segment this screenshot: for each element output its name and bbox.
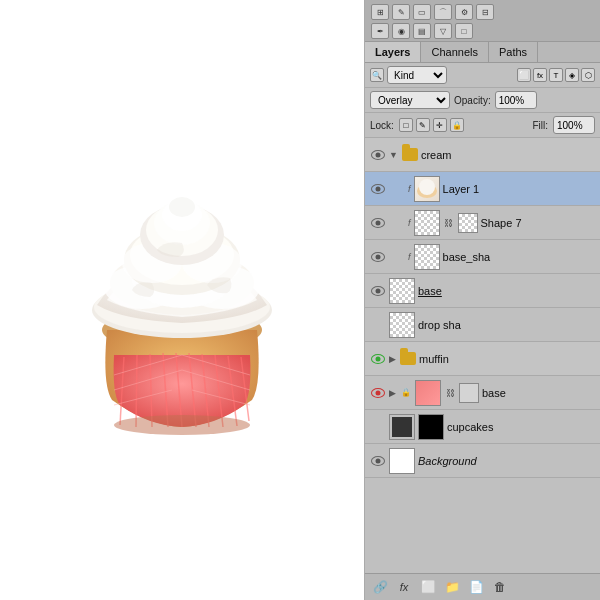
- chain-base2: 🔒: [400, 387, 412, 399]
- fx-layer1: f: [408, 184, 411, 194]
- folder-icon-muffin: [400, 352, 416, 365]
- thumb-layer1: [414, 176, 440, 202]
- toolbar-row-1: ⊞ ✎ ▭ ⌒ ⚙ ⊟: [371, 4, 594, 20]
- layers-list[interactable]: ▼ cream f Layer 1 f ⛓ Shape 7: [365, 138, 600, 573]
- panel-tabs: Layers Channels Paths: [365, 42, 600, 63]
- brush-icon[interactable]: ✎: [392, 4, 410, 20]
- layer-name-background: Background: [418, 455, 595, 467]
- triangle-icon[interactable]: ▽: [434, 23, 452, 39]
- canvas-area: [0, 0, 365, 600]
- thumb-base2: [415, 380, 441, 406]
- group-arrow-cream: ▼: [389, 150, 398, 160]
- layer-item-background[interactable]: Background: [365, 444, 600, 478]
- search-icon: 🔍: [370, 68, 384, 82]
- layer-name-dropsha: drop sha: [418, 319, 595, 331]
- eye-basesha[interactable]: [370, 249, 386, 265]
- eye-base[interactable]: [370, 283, 386, 299]
- panel-toolbar: ⊞ ✎ ▭ ⌒ ⚙ ⊟ ✒ ◉ ▤ ▽ □: [365, 0, 600, 42]
- lock-pixels-icon[interactable]: ✎: [416, 118, 430, 132]
- curve-icon[interactable]: ⌒: [434, 4, 452, 20]
- rect-icon[interactable]: ▭: [413, 4, 431, 20]
- thumb-cupcakes-outer: [389, 414, 415, 440]
- layer-name-muffin: muffin: [419, 353, 595, 365]
- fill-label: Fill:: [532, 120, 548, 131]
- pen-icon[interactable]: ✒: [371, 23, 389, 39]
- eye-base2[interactable]: [370, 385, 386, 401]
- layer-item-shape7[interactable]: f ⛓ Shape 7: [365, 206, 600, 240]
- mask-cupcakes: [422, 418, 440, 436]
- eye-background[interactable]: [370, 453, 386, 469]
- layer-item-basesha[interactable]: f base_sha: [365, 240, 600, 274]
- layer-name-cream: cream: [421, 149, 595, 161]
- svg-point-34: [419, 179, 435, 195]
- filter-shape-icon[interactable]: ◈: [565, 68, 579, 82]
- blend-mode-select[interactable]: Overlay: [370, 91, 450, 109]
- layer-item-dropsha[interactable]: drop sha: [365, 308, 600, 342]
- eye-cream[interactable]: [370, 147, 386, 163]
- eye-tool-icon[interactable]: ◉: [392, 23, 410, 39]
- tab-layers[interactable]: Layers: [365, 42, 421, 62]
- filter-fx-icon[interactable]: fx: [533, 68, 547, 82]
- chain-icon-base2: ⛓: [444, 387, 456, 399]
- thumb-dropsha: [389, 312, 415, 338]
- cupcake-illustration: [42, 135, 322, 465]
- layer-item-base2[interactable]: ▶ 🔒 ⛓ base: [365, 376, 600, 410]
- eye-empty-cupcakes: [370, 419, 386, 435]
- svg-point-32: [114, 415, 250, 435]
- lock-icons-group: □ ✎ ✛ 🔒: [399, 118, 464, 132]
- mask-base2: [459, 383, 479, 403]
- bottom-toolbar: 🔗 fx ⬜ 📁 📄 🗑: [365, 573, 600, 600]
- filter-row: 🔍 Kind ⬜ fx T ◈ ⬡: [365, 63, 600, 88]
- group-arrow-muffin: ▶: [389, 354, 396, 364]
- square-icon[interactable]: □: [455, 23, 473, 39]
- layer-item-layer1[interactable]: f Layer 1: [365, 172, 600, 206]
- fx-shape7: f: [408, 218, 411, 228]
- layer-item-muffin[interactable]: ▶ muffin: [365, 342, 600, 376]
- layers-icon[interactable]: ▤: [413, 23, 431, 39]
- lock-row: Lock: □ ✎ ✛ 🔒 Fill:: [365, 113, 600, 138]
- filter-type-icons: ⬜ fx T ◈ ⬡: [517, 68, 595, 82]
- layer-name-layer1: Layer 1: [443, 183, 595, 195]
- fill-input[interactable]: [553, 116, 595, 134]
- lock-transparent-icon[interactable]: □: [399, 118, 413, 132]
- eye-muffin[interactable]: [370, 351, 386, 367]
- thumb-cupcakes-mask: [418, 414, 444, 440]
- settings-icon[interactable]: ⚙: [455, 4, 473, 20]
- chain-shape7: ⛓: [443, 217, 455, 229]
- lock-all-icon[interactable]: 🔒: [450, 118, 464, 132]
- fx-icon[interactable]: fx: [395, 578, 413, 596]
- layer-name-base: base: [418, 285, 595, 297]
- thumb-base: [389, 278, 415, 304]
- eye-shape7[interactable]: [370, 215, 386, 231]
- kind-select[interactable]: Kind: [387, 66, 447, 84]
- toolbar-row-2: ✒ ◉ ▤ ▽ □: [371, 23, 594, 39]
- opacity-label: Opacity:: [454, 95, 491, 106]
- lock-position-icon[interactable]: ✛: [433, 118, 447, 132]
- thumb-basesha: [414, 244, 440, 270]
- tab-paths[interactable]: Paths: [489, 42, 538, 62]
- grid-icon[interactable]: ⊞: [371, 4, 389, 20]
- svg-line-2: [136, 355, 137, 427]
- svg-point-31: [169, 197, 195, 217]
- thumb-background: [389, 448, 415, 474]
- thumb-shape7: [414, 210, 440, 236]
- layer-item-cream[interactable]: ▼ cream: [365, 138, 600, 172]
- layer-item-base[interactable]: base: [365, 274, 600, 308]
- opacity-input[interactable]: [495, 91, 537, 109]
- new-layer-icon[interactable]: 📄: [467, 578, 485, 596]
- fx-basesha: f: [408, 252, 411, 262]
- trash-icon[interactable]: 🗑: [491, 578, 509, 596]
- mask-shape7: [458, 213, 478, 233]
- blend-row: Overlay Opacity:: [365, 88, 600, 113]
- eye-layer1[interactable]: [370, 181, 386, 197]
- filter-pixel-icon[interactable]: ⬜: [517, 68, 531, 82]
- eye-empty-dropsha: [370, 317, 386, 333]
- layer-item-cupcakes[interactable]: cupcakes: [365, 410, 600, 444]
- link-icon[interactable]: 🔗: [371, 578, 389, 596]
- filter-smart-icon[interactable]: ⬡: [581, 68, 595, 82]
- grid2-icon[interactable]: ⊟: [476, 4, 494, 20]
- tab-channels[interactable]: Channels: [421, 42, 488, 62]
- folder-new-icon[interactable]: 📁: [443, 578, 461, 596]
- filter-text-icon[interactable]: T: [549, 68, 563, 82]
- mask-icon[interactable]: ⬜: [419, 578, 437, 596]
